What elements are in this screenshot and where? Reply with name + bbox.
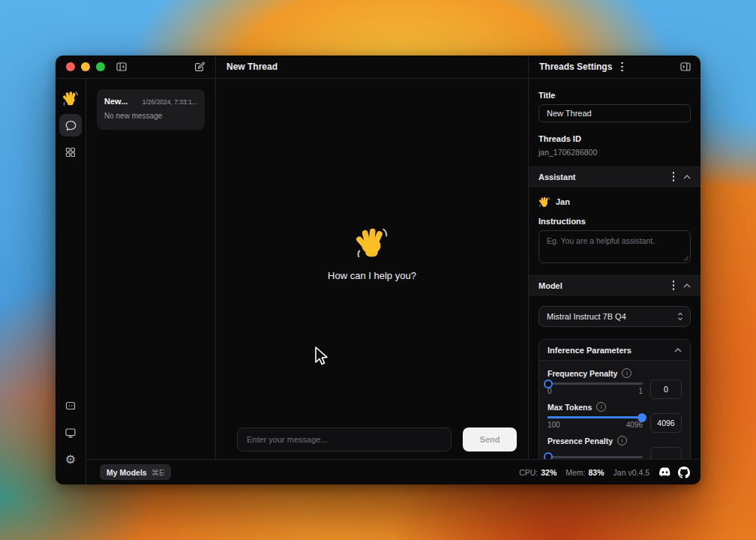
close-window-button[interactable] — [66, 62, 75, 71]
new-thread-icon[interactable] — [194, 61, 206, 73]
settings-gear-icon: ⚙ — [65, 454, 76, 466]
discord-icon[interactable] — [658, 467, 671, 477]
assistant-menu-icon[interactable] — [671, 170, 676, 183]
window-controls — [66, 62, 105, 71]
thread-title-input[interactable] — [538, 104, 691, 122]
sidebar-item-local-server[interactable] — [59, 394, 82, 417]
info-icon[interactable] — [622, 368, 632, 378]
message-input[interactable] — [237, 428, 452, 452]
presence-penalty-param: Presence Penalty — [548, 436, 682, 459]
mem-label: Mem: — [566, 468, 585, 477]
thread-item-preview: No new message — [104, 112, 197, 120]
topbar-right-section: Threads Settings — [529, 56, 700, 78]
zoom-window-button[interactable] — [96, 62, 105, 71]
resize-grip-icon[interactable] — [683, 256, 688, 261]
collapse-left-panel-icon[interactable] — [116, 61, 128, 73]
mem-value: 83% — [589, 468, 604, 477]
cpu-value: 32% — [541, 468, 556, 477]
title-label: Title — [538, 91, 691, 100]
slider-knob[interactable] — [638, 413, 646, 422]
presence-penalty-value[interactable] — [650, 447, 682, 459]
slider-knob[interactable] — [544, 452, 553, 459]
inference-parameters-header[interactable]: Inference Parameters — [539, 340, 690, 361]
frequency-penalty-value[interactable]: 0 — [650, 380, 682, 399]
topbar-left-section — [56, 56, 216, 78]
model-section-header[interactable]: Model — [529, 275, 700, 296]
assistant-name: Jan — [556, 197, 570, 206]
max-tokens-slider[interactable] — [548, 416, 643, 418]
instructions-textarea[interactable] — [538, 230, 691, 263]
send-button[interactable]: Send — [463, 428, 517, 452]
empty-thread-hero: How can I help you? — [216, 79, 528, 428]
inference-parameters-card: Inference Parameters Frequency Penalty — [538, 339, 691, 459]
wave-emoji — [538, 196, 550, 208]
jan-app-window: New Thread Threads Settings — [56, 56, 700, 484]
my-models-shortcut: ⌘E — [152, 468, 165, 477]
info-icon[interactable] — [596, 402, 606, 412]
select-updown-icon — [677, 312, 683, 321]
model-menu-icon[interactable] — [671, 279, 676, 292]
chevron-up-icon[interactable] — [683, 284, 691, 288]
sidebar-item-system-monitor[interactable] — [59, 422, 82, 444]
app-logo-wave-emoji[interactable] — [59, 87, 82, 110]
ribbon-sidebar: ⚙ — [56, 78, 86, 484]
panel-title: Threads Settings — [539, 62, 612, 72]
thread-item-timestamp: 1/26/2024, 7:33:1... — [142, 98, 197, 106]
main-title: New Thread — [226, 62, 278, 72]
desktop-wallpaper: { "topbar": { "main_title": "New Thread"… — [0, 0, 756, 540]
frequency-penalty-param: Frequency Penalty — [548, 368, 682, 397]
info-icon[interactable] — [617, 436, 627, 446]
message-input-row: Send — [237, 428, 517, 452]
wave-emoji — [355, 225, 389, 260]
collapse-right-panel-icon[interactable] — [680, 61, 692, 73]
threads-id-label: Threads ID — [538, 134, 691, 143]
chevron-up-icon[interactable] — [683, 175, 691, 179]
chat-area: How can I help you? Send — [216, 79, 529, 459]
thread-settings-panel: Title Threads ID jan_1706286800 Assistan… — [529, 79, 700, 459]
status-bar: My Models ⌘E CPU: 32% Mem: 83% Jan v0.4.… — [86, 459, 700, 484]
assistant-section-header[interactable]: Assistant — [529, 166, 700, 187]
thread-list: New... 1/26/2024, 7:33:1... No new messa… — [86, 79, 216, 459]
topbar-main-section: New Thread — [216, 56, 529, 78]
app-version: Jan v0.4.5 — [614, 468, 650, 477]
presence-penalty-slider[interactable] — [548, 456, 643, 458]
threads-id-value: jan_1706286800 — [538, 148, 691, 157]
thread-list-item[interactable]: New... 1/26/2024, 7:33:1... No new messa… — [97, 89, 205, 130]
cpu-label: CPU: — [519, 468, 538, 477]
thread-settings-menu-icon[interactable] — [620, 61, 625, 74]
sidebar-item-hub[interactable] — [59, 141, 82, 164]
sidebar-item-chat[interactable] — [59, 114, 82, 136]
frequency-penalty-slider[interactable] — [548, 382, 643, 385]
assistant-identity: Jan — [538, 196, 691, 208]
content-row: New... 1/26/2024, 7:33:1... No new messa… — [86, 79, 700, 459]
github-icon[interactable] — [678, 466, 690, 478]
window-topbar: New Thread Threads Settings — [56, 56, 700, 79]
slider-knob[interactable] — [544, 380, 553, 388]
my-models-button[interactable]: My Models ⌘E — [100, 464, 171, 480]
mouse-cursor — [313, 346, 329, 368]
max-tokens-param: Max Tokens 100 — [548, 402, 682, 430]
thread-item-title: New... — [104, 97, 128, 106]
greeting-text: How can I help you? — [328, 270, 416, 281]
model-selected-value: Mistral Instruct 7B Q4 — [547, 312, 626, 321]
instructions-label: Instructions — [538, 217, 691, 226]
sidebar-item-settings[interactable]: ⚙ — [59, 448, 82, 471]
minimize-window-button[interactable] — [81, 62, 90, 71]
chevron-up-icon[interactable] — [674, 348, 682, 352]
max-tokens-value[interactable]: 4096 — [650, 413, 682, 433]
model-select[interactable]: Mistral Instruct 7B Q4 — [538, 306, 691, 327]
